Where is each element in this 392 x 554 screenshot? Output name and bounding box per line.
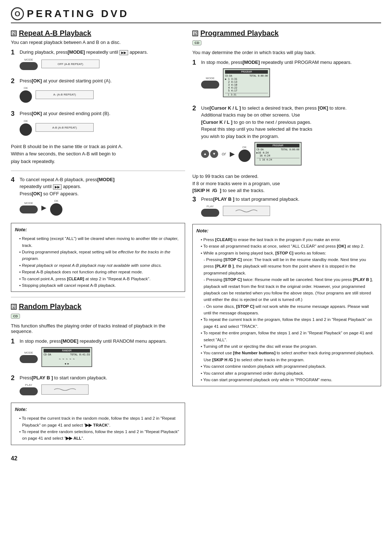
waveform-svg-prog <box>236 207 257 215</box>
prog-screen-footer: 1 3:31 <box>225 93 268 96</box>
prog-note-title: Note: <box>196 227 377 235</box>
prog-note-10: You can start programmed playback only w… <box>201 376 377 383</box>
prog-note-4: To repeat the current track in the progr… <box>201 316 377 330</box>
step-2-content: Press[OK] at your desired starting point… <box>20 77 185 107</box>
header-title: PERATING DVD <box>27 8 129 20</box>
prog-step-2-text: Use[Cursor K / L ] to select a desired t… <box>201 105 381 140</box>
step-3-diagram: OK A-B (A-B REPEAT) <box>20 119 185 136</box>
ok-btn-2: OK <box>20 86 32 103</box>
ok-btn-3: OK <box>20 119 32 136</box>
note-1-4: Repeat A-B playback does not function du… <box>19 269 181 275</box>
step-1-content: During playback, press[MODE] repeatedly … <box>20 49 185 74</box>
random-step-1: 1 In stop mode, press[MODE] repeatedly u… <box>11 338 185 371</box>
prog-step-1: 1 In stop mode, press[MODE] repeatedly u… <box>192 59 381 101</box>
note-1-2: During programmed playback, repeat setti… <box>19 249 181 262</box>
step-4-num: 4 <box>11 176 17 184</box>
prog-step-3: 3 Press[PLAY B ] to start programmed pla… <box>192 196 381 221</box>
random-step-2-text: Press[PLAY B ] to start random playback. <box>20 374 185 382</box>
ok-btn-4: OK <box>50 199 62 216</box>
waveform-svg <box>54 386 76 393</box>
step-1-num: 1 <box>11 49 17 57</box>
prog-screen-row2: 2 4:13 <box>225 81 268 83</box>
mode-btn-random: MODE <box>20 351 38 363</box>
screen-2: A- (A-B REPEAT) <box>36 90 94 99</box>
step-3-text: Press[OK] at your desired ending point (… <box>20 110 185 117</box>
page-number: 42 <box>11 455 381 462</box>
program-screen-2: PROGRAM CD-DATOTAL 0:00:00 ▶16 4:24 16 4… <box>254 142 302 166</box>
prog-screen2-row1: ▶16 4:24 <box>257 151 299 154</box>
cd-badge-prog: CD <box>192 40 381 48</box>
play-btn-random: PLAY <box>20 383 38 395</box>
step-2: 2 Press[OK] at your desired starting poi… <box>11 77 185 107</box>
prog-note-3: While a program is being played back, [S… <box>201 250 377 256</box>
step-3: 3 Press[OK] at your desired ending point… <box>11 110 185 139</box>
random-note-2: To repeat the entire random selections, … <box>19 428 181 442</box>
arrow-prog-2: ▶ <box>230 150 235 158</box>
random-screen-content: ~ ~ ~ ~ ~ <box>44 358 90 361</box>
play-btn-prog: PLAY <box>201 205 219 217</box>
prog-screen2-footer: 1 16 4:24 <box>257 158 299 161</box>
random-step-2-diagram: PLAY <box>20 383 185 395</box>
screen-1: OFF (A-B REPEAT) <box>41 60 99 68</box>
prog-step-2: 2 Use[Cursor K / L ] to select a desired… <box>192 105 381 170</box>
programmed-section-title: ☑ Programmed Playback <box>192 29 381 37</box>
prog-note-3c: - On some discs, [STOP C] will not work … <box>204 303 377 317</box>
arrow-4: ▶ <box>41 204 46 212</box>
step-2-num: 2 <box>11 77 17 85</box>
header: O PERATING DVD <box>11 7 381 23</box>
ok-btn-prog-2: OK <box>238 146 251 162</box>
step-1-diagram: MODE OFF (A-B REPEAT) <box>20 58 185 70</box>
note-1-6: Stopping playback will cancel repeat A-B… <box>19 282 181 289</box>
mode-btn-4: MODE <box>20 201 38 213</box>
prog-note-8: You cannot combine random playback with … <box>201 363 377 370</box>
cursor-btn-prog: ▲ ▼ <box>201 150 218 158</box>
prog-note: Note: Press [CLEAR] to erase the last tr… <box>192 224 381 386</box>
random-step-1-diagram: MODE RANDOM CD-DATOTAL 0:41:55 ~ ~ ~ ~ ~… <box>20 347 185 367</box>
or-text: or <box>222 151 226 156</box>
cursor-down: ▼ <box>210 150 218 158</box>
prog-note-9: You cannot alter a programmed order duri… <box>201 370 377 376</box>
prog-screen-title: PROGRAM <box>225 70 268 74</box>
prog-screen2-title: PROGRAM <box>257 144 299 147</box>
cd-badge-random: CD <box>11 313 185 321</box>
random-note-1: To repeat the current track in the rando… <box>19 415 181 428</box>
prog-screen-row5: 5 4:17 <box>225 89 268 92</box>
random-note: Note: To repeat the current track in the… <box>11 403 185 445</box>
random-step-2-content: Press[PLAY B ] to start random playback.… <box>20 374 185 399</box>
repeat-ab-subtitle: You can repeat playback between A and B … <box>11 40 185 45</box>
note-1-1: Repeat setting (except "ALL") will be cl… <box>19 235 181 249</box>
up-to-text: Up to 99 tracks can be ordered. If 8 or … <box>192 173 381 194</box>
prog-step-3-content: Press[PLAY B ] to start programmed playb… <box>201 196 381 221</box>
step-4-text: To cancel repeat A-B playback, press[MOD… <box>20 176 185 197</box>
note-1-5: To cancel point A, press [CLEAR] at step… <box>19 276 181 282</box>
random-note-title: Note: <box>15 406 181 414</box>
random-screen: RANDOM CD-DATOTAL 0:41:55 ~ ~ ~ ~ ~ ◀ ▶ <box>41 347 92 367</box>
random-step-1-num: 1 <box>11 338 17 346</box>
prog-note-2: To erase all programmed tracks at once, … <box>201 243 377 249</box>
repeat-ab-note: Note: Repeat setting (except "ALL") will… <box>11 223 185 292</box>
random-step-1-content: In stop mode, press[MODE] repeatedly unt… <box>20 338 185 371</box>
prog-note-1: Press [CLEAR] to erase the last track in… <box>201 236 377 243</box>
random-subtitle: This function shuffles the playing order… <box>11 323 185 334</box>
divider-1 <box>11 171 185 171</box>
prog-note-5: To repeat the entire program, follow the… <box>201 330 377 343</box>
prog-screen-row4: 4 4:22 <box>225 86 268 89</box>
page: O PERATING DVD ☑ Repeat A-B Playback You… <box>0 0 392 554</box>
prog-step-2-content: Use[Cursor K / L ] to select a desired t… <box>201 105 381 170</box>
play-screen-prog <box>223 206 270 216</box>
cursor-btns: ▲ ▼ <box>201 150 218 158</box>
prog-screen2-row2: 16 4:24 <box>257 154 299 157</box>
step-1-text: During playback, press[MODE] repeatedly … <box>20 49 185 56</box>
prog-screen2-header: CD-DATOTAL 0:00:00 <box>257 148 299 151</box>
program-screen-1: PROGRAM CD-DATOTAL 0:00:00 ▶ 1 3:31 2 4:… <box>223 68 270 97</box>
random-step-2: 2 Press[PLAY B ] to start random playbac… <box>11 374 185 399</box>
repeat-ab-section-title: ☑ Repeat A-B Playback <box>11 29 185 37</box>
prog-step-2-diagram: ▲ ▼ or ▶ OK PROGRAM <box>201 142 381 166</box>
divider-2 <box>11 297 185 297</box>
random-screen-row1: CD-DATOTAL 0:41:55 <box>44 353 90 356</box>
prog-note-7: You cannot use [the Number buttons] to s… <box>201 350 377 363</box>
prog-step-3-num: 3 <box>192 196 199 204</box>
step-2-text: Press[OK] at your desired starting point… <box>20 77 185 85</box>
play-screen-random <box>41 384 89 395</box>
step-4-content: To cancel repeat A-B playback, press[MOD… <box>20 176 185 220</box>
